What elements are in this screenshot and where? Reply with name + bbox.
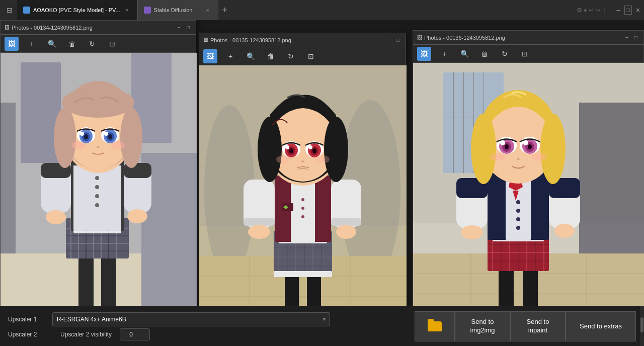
photo-window-1-icon: 🖼 [5, 25, 10, 30]
svg-point-123 [276, 155, 290, 163]
win2-delete[interactable]: 🗑 [264, 49, 278, 63]
win3-image-mode[interactable]: 🖼 [417, 47, 431, 61]
svg-point-46 [120, 108, 142, 168]
svg-point-97 [301, 198, 304, 201]
svg-point-98 [301, 207, 304, 210]
win1-add[interactable]: + [25, 37, 39, 51]
svg-point-188 [523, 140, 528, 145]
svg-point-54 [84, 134, 88, 139]
sidebar-toggle[interactable]: ⊟ [2, 0, 17, 20]
svg-rect-103 [331, 218, 361, 226]
folder-icon [428, 321, 442, 331]
win3-add[interactable]: + [437, 47, 451, 61]
win3-rotate[interactable]: ↻ [498, 47, 512, 61]
anime-char-1 [1, 53, 197, 306]
svg-rect-5 [1, 103, 16, 253]
browser-minimize[interactable]: − [616, 6, 620, 14]
win1-crop[interactable]: ⊡ [105, 37, 119, 51]
tab-favicon-aoaoko [23, 7, 30, 14]
photo-window-1-title: Photos - 00134-1243095812.png [12, 25, 174, 31]
svg-point-121 [308, 145, 312, 149]
send-to-img2img-button[interactable]: Send to img2img [455, 311, 510, 341]
svg-rect-129 [463, 72, 464, 173]
scrollbar[interactable] [640, 306, 644, 346]
svg-point-29 [95, 185, 99, 189]
browser-window-controls: − □ × [612, 6, 644, 15]
main-content: 🖼 Photos - 00134-1243095812.png − □ 🖼 + … [0, 20, 644, 346]
win3-maximize[interactable]: □ [632, 34, 639, 41]
svg-point-119 [312, 148, 316, 153]
browser-chrome: ⊟ AOAOKO [PVC Style Model] - PV... × Sta… [0, 0, 644, 20]
photo-window-1-titlebar: 🖼 Photos - 00134-1243095812.png − □ [1, 21, 196, 35]
win3-delete[interactable]: 🗑 [477, 47, 492, 61]
upscaler1-label: Upscaler 1 [8, 316, 48, 323]
photo-window-3-icon: 🖼 [417, 35, 422, 40]
browser-maximize[interactable]: □ [624, 6, 632, 15]
win3-minimize[interactable]: − [623, 34, 630, 41]
svg-point-177 [471, 114, 496, 184]
svg-point-57 [104, 132, 108, 136]
svg-point-60 [111, 141, 125, 149]
win1-delete[interactable]: 🗑 [65, 37, 79, 51]
svg-point-163 [516, 200, 520, 204]
photo-window-3: 🖼 Photos - 00136-1243095812.png − □ 🖼 + … [413, 30, 644, 306]
photo-window-1-controls: − □ [176, 24, 192, 31]
send-to-inpaint-label: Send to inpaint [527, 318, 549, 335]
svg-point-189 [517, 158, 520, 160]
send-to-extras-button[interactable]: Send to extras [566, 311, 636, 341]
svg-rect-27 [109, 165, 121, 231]
svg-point-122 [301, 160, 304, 162]
photo-window-2-content [199, 65, 407, 306]
tab-close-aoaoko[interactable]: × [123, 6, 131, 14]
svg-point-191 [531, 153, 546, 161]
tab-close-sd[interactable]: × [204, 6, 212, 14]
svg-point-31 [95, 203, 99, 207]
upscaler2-visibility-input[interactable] [120, 328, 150, 340]
win2-zoom[interactable]: 🔍 [244, 49, 258, 63]
svg-point-39 [46, 210, 66, 224]
win1-zoom[interactable]: 🔍 [45, 37, 59, 51]
tab-stablediffusion[interactable]: Stable Diffusion × [138, 0, 218, 20]
send-to-inpaint-button[interactable]: Send to inpaint [510, 311, 566, 341]
win1-minimize[interactable]: − [176, 24, 183, 31]
svg-point-56 [80, 132, 84, 136]
image-windows-area: 🖼 Photos - 00134-1243095812.png − □ 🖼 + … [0, 20, 644, 306]
tab-bar: ⊟ AOAOKO [PVC Style Model] - PV... × Sta… [0, 0, 573, 20]
svg-point-105 [336, 225, 356, 239]
browser-close[interactable]: × [636, 6, 640, 14]
upscaler1-row: Upscaler 1 R-ESRGAN 4x+ Anime6B ▾ [8, 312, 330, 326]
svg-point-28 [95, 176, 99, 180]
win2-image-mode[interactable]: 🖼 [203, 49, 217, 63]
anime-char-3 [413, 63, 644, 306]
photo-window-2: 🖼 Photos - 00135-1243095812.png − □ 🖼 + … [199, 33, 406, 306]
photo-window-3-content [413, 63, 644, 306]
tab-aoaoko[interactable]: AOAOKO [PVC Style Model] - PV... × [17, 0, 138, 20]
photo-window-2-icon: 🖼 [203, 37, 208, 43]
send-to-extras-label: Send to extras [580, 322, 622, 330]
svg-point-124 [315, 155, 330, 163]
win1-rotate[interactable]: ↻ [85, 37, 99, 51]
svg-point-58 [97, 146, 100, 148]
svg-point-190 [490, 153, 505, 161]
svg-point-165 [516, 217, 520, 221]
action-buttons: Send to img2img Send to inpaint Send to … [415, 311, 636, 341]
win2-add[interactable]: + [223, 49, 237, 63]
svg-point-187 [500, 140, 505, 145]
folder-button[interactable] [415, 311, 455, 341]
win3-zoom[interactable]: 🔍 [457, 47, 471, 61]
svg-point-186 [528, 144, 532, 149]
upscaler1-select[interactable]: R-ESRGAN 4x+ Anime6B ▾ [52, 312, 330, 326]
win2-minimize[interactable]: − [385, 37, 392, 44]
svg-point-111 [324, 117, 348, 182]
scrollbar-thumb[interactable] [640, 317, 643, 332]
win1-image-mode[interactable]: 🖼 [5, 37, 19, 51]
win2-crop[interactable]: ⊡ [304, 49, 318, 63]
win2-rotate[interactable]: ↻ [284, 49, 298, 63]
photo-window-3-titlebar: 🖼 Photos - 00136-1243095812.png − □ [413, 31, 643, 45]
win1-maximize[interactable]: □ [185, 24, 192, 31]
svg-point-164 [516, 209, 520, 213]
anime-char-2 [199, 65, 407, 306]
win2-maximize[interactable]: □ [394, 37, 401, 44]
new-tab-button[interactable]: + [218, 0, 232, 20]
win3-crop[interactable]: ⊡ [518, 47, 532, 61]
